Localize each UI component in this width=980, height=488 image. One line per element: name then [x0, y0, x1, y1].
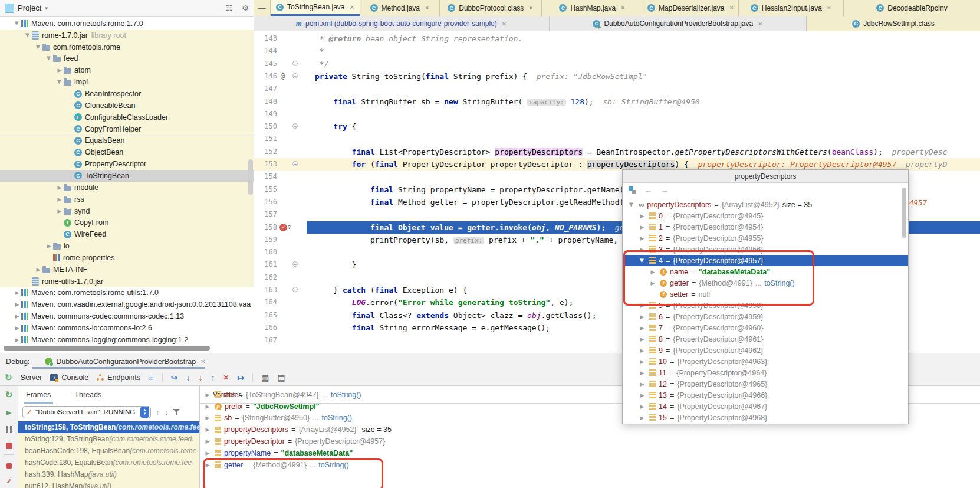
- thread-dropdown[interactable]: ✓ "DubboServerH...ain": RUNNING ▲▼: [22, 406, 151, 418]
- tab-mapdeserializer-java[interactable]: CMapDeserializer.java✕: [643, 0, 739, 16]
- tree-item-module[interactable]: ▶module: [0, 182, 254, 194]
- expand-arrow-icon[interactable]: ▶: [638, 381, 646, 387]
- tree-item-maven-commons-io-commons-io-2-6[interactable]: ▶Maven: commons-io:commons-io:2.6: [0, 322, 254, 334]
- popup-item-1[interactable]: ▶1={PropertyDescriptor@4954}: [623, 221, 908, 232]
- tree-item-tostringbean[interactable]: CToStringBean: [0, 170, 254, 182]
- tab-pom-xml-dubbo-spring-boot-auto-configure-provider-sample[interactable]: mpom.xml (dubbo-spring-boot-auto-configu…: [254, 16, 550, 31]
- popup-item-9[interactable]: ▶9={PropertyDescriptor@4962}: [623, 345, 908, 356]
- expand-arrow-icon[interactable]: ▶: [638, 404, 646, 410]
- evaluate-icon[interactable]: ▦: [261, 373, 269, 382]
- frame-row-put-612-hashmap[interactable]: put:612, HashMap (java.util): [18, 480, 199, 488]
- expand-arrow-icon[interactable]: ▶: [13, 302, 21, 307]
- collapse-arrow-icon[interactable]: ▶: [639, 257, 645, 265]
- popup-item-12[interactable]: ▶12={PropertyDescriptor@4965}: [623, 378, 908, 389]
- code-line-143[interactable]: 143 * @return bean object String represe…: [254, 32, 980, 45]
- expand-arrow-icon[interactable]: ▶: [638, 235, 646, 241]
- tree-item-maven-commons-codec-commons-codec-1-13[interactable]: ▶Maven: commons-codec:commons-codec:1.13: [0, 310, 254, 322]
- popup-child-getter[interactable]: ▶fgetter={Method@4991}...toString(): [623, 277, 908, 289]
- tostring-link[interactable]: toString(): [318, 461, 348, 469]
- expand-arrow-icon[interactable]: ▶: [55, 208, 64, 214]
- expand-arrow-icon[interactable]: ▶: [45, 243, 53, 249]
- code-line-148[interactable]: 148 final StringBuffer sb = new StringBu…: [254, 96, 980, 108]
- expand-arrow-icon[interactable]: ▶: [34, 267, 42, 273]
- hamburger-icon[interactable]: ≡: [149, 372, 154, 382]
- tree-item-atom[interactable]: ▶atom: [0, 64, 254, 76]
- tree-item-configurableclassloader[interactable]: EConfigurableClassLoader: [0, 112, 254, 123]
- expand-arrow-icon[interactable]: ▶: [649, 269, 657, 275]
- options-tune-icon[interactable]: ☷: [226, 4, 233, 12]
- fold-icon[interactable]: −: [292, 287, 298, 292]
- expand-arrow-icon[interactable]: ▶: [638, 314, 646, 320]
- next-frame-icon[interactable]: ↓: [165, 408, 169, 417]
- close-icon[interactable]: ✕: [729, 5, 734, 11]
- expand-arrow-icon[interactable]: ▶: [13, 325, 21, 331]
- expand-arrow-icon[interactable]: ▶: [13, 290, 21, 296]
- popup-item-2[interactable]: ▶2={PropertyDescriptor@4955}: [623, 232, 908, 244]
- expand-arrow-icon[interactable]: ▶: [638, 348, 646, 353]
- rerun-icon[interactable]: ↻: [5, 372, 12, 383]
- expand-arrow-icon[interactable]: ▶: [55, 67, 64, 73]
- tree-item-io[interactable]: ▶io: [0, 240, 254, 252]
- toolbar-tab-endpoints[interactable]: Endpoints: [97, 374, 140, 382]
- tab-hessian2input-java[interactable]: CHessian2Input.java✕: [739, 0, 844, 16]
- popup-item-6[interactable]: ▶6={PropertyDescriptor@4959}: [623, 311, 908, 322]
- close-icon[interactable]: ✕: [350, 4, 354, 11]
- tree-item-maven-com-vaadin-external-google-android-json-0-0-20131108-vaa[interactable]: ▶Maven: com.vaadin.external.google:andro…: [0, 299, 254, 310]
- collapse-arrow-icon[interactable]: ▶: [46, 54, 52, 63]
- popup-child-name[interactable]: ▶fname="databaseMetaData": [623, 266, 908, 277]
- variable-row-propertydescriptors[interactable]: ▶propertyDescriptors={ArrayList@4952}siz…: [200, 424, 980, 435]
- popup-item-16[interactable]: ▶16={PropertyDescriptor@4969}: [623, 423, 908, 424]
- strip-pause-button[interactable]: [0, 424, 18, 434]
- expand-arrow-icon[interactable]: ▶: [55, 196, 64, 202]
- tree-item-feed[interactable]: ▶feed: [0, 53, 254, 65]
- code-line-146[interactable]: 146@−private String toString(final Strin…: [254, 70, 980, 83]
- tree-item-rome-utils-1-7-0-jar[interactable]: rome-utils-1.7.0.jar: [0, 276, 254, 287]
- popup-item-5[interactable]: ▶5={PropertyDescriptor@4958}: [623, 300, 908, 311]
- tree-item-rome-1-7-0-jar[interactable]: ▶rome-1.7.0.jarlibrary root: [0, 30, 254, 41]
- forward-arrow-icon[interactable]: →: [660, 186, 668, 195]
- code-line-145[interactable]: 145− */: [254, 58, 980, 70]
- expand-arrow-icon[interactable]: ▶: [638, 392, 646, 398]
- popup-item-7[interactable]: ▶7={PropertyDescriptor@4960}: [623, 322, 908, 333]
- tab-method-java[interactable]: CMethod.java✕: [360, 0, 440, 16]
- expand-arrow-icon[interactable]: ▶: [638, 213, 646, 219]
- filter-frames-icon[interactable]: [173, 408, 180, 415]
- expand-arrow-icon[interactable]: ▶: [638, 336, 646, 342]
- close-icon[interactable]: ✕: [200, 358, 205, 365]
- tree-item-equalsbean[interactable]: CEqualsBean: [0, 135, 254, 147]
- popup-item-0[interactable]: ▶0={PropertyDescriptor@4945}: [623, 210, 908, 221]
- popup-item-11[interactable]: ▶11={PropertyDescriptor@4964}: [623, 367, 908, 378]
- tostring-link[interactable]: toString(): [764, 279, 794, 287]
- strip-resume-button[interactable]: ▶: [0, 407, 18, 418]
- layout-icon[interactable]: ▤: [277, 373, 285, 382]
- expand-arrow-icon[interactable]: ▶: [638, 415, 646, 421]
- tab-threads[interactable]: Threads: [74, 391, 101, 399]
- toolbar-tab-console[interactable]: ›Console: [50, 374, 88, 382]
- expand-arrow-icon[interactable]: ▶: [638, 370, 646, 376]
- runToCursor-icon[interactable]: ↦: [237, 373, 244, 382]
- dropFrame-icon[interactable]: ✕: [223, 374, 229, 382]
- tree-item-synd[interactable]: ▶synd: [0, 205, 254, 217]
- tree-item-copyfromhelper[interactable]: CCopyFromHelper: [0, 123, 254, 135]
- chevron-down-icon[interactable]: ▾: [45, 5, 48, 11]
- tree-item-copyfrom[interactable]: ICopyFrom: [0, 217, 254, 228]
- code-line-147[interactable]: 147: [254, 83, 980, 95]
- frame-row-beanhashcode-198-equalsbean[interactable]: beanHashCode:198, EqualsBean (com.rometo…: [18, 445, 199, 457]
- popup-item-14[interactable]: ▶14={PropertyDescriptor@4967}: [623, 401, 908, 412]
- tree-item-rome-properties[interactable]: rome.properties: [0, 252, 254, 264]
- project-panel-title[interactable]: Project: [18, 4, 41, 12]
- expand-arrow-icon[interactable]: ▶: [638, 224, 646, 230]
- close-icon[interactable]: ✕: [827, 5, 831, 11]
- close-icon[interactable]: ✕: [502, 21, 507, 27]
- tab-tostringbean-java[interactable]: CToStringBean.java✕: [271, 0, 360, 16]
- tree-item-cloneablebean[interactable]: CCloneableBean: [0, 100, 254, 112]
- code-line-151[interactable]: 151: [254, 133, 980, 145]
- variable-row-propertyname[interactable]: ▶propertyName="databaseMetaData": [200, 447, 980, 459]
- frame-row-hash-339-hashmap[interactable]: hash:339, HashMap (java.util): [18, 469, 199, 480]
- expand-arrow-icon[interactable]: ▶: [203, 462, 212, 468]
- expand-arrow-icon[interactable]: ▶: [13, 313, 21, 319]
- tree-item-maven-commons-logging-commons-logging-1-2[interactable]: ▶Maven: commons-logging:commons-logging:…: [0, 334, 254, 346]
- debug-session-tab[interactable]: DubboAutoConfigurationProviderBootstrap …: [45, 358, 205, 366]
- dropdown-stepper-icon[interactable]: ▲▼: [140, 407, 149, 418]
- fold-icon[interactable]: −: [292, 73, 298, 78]
